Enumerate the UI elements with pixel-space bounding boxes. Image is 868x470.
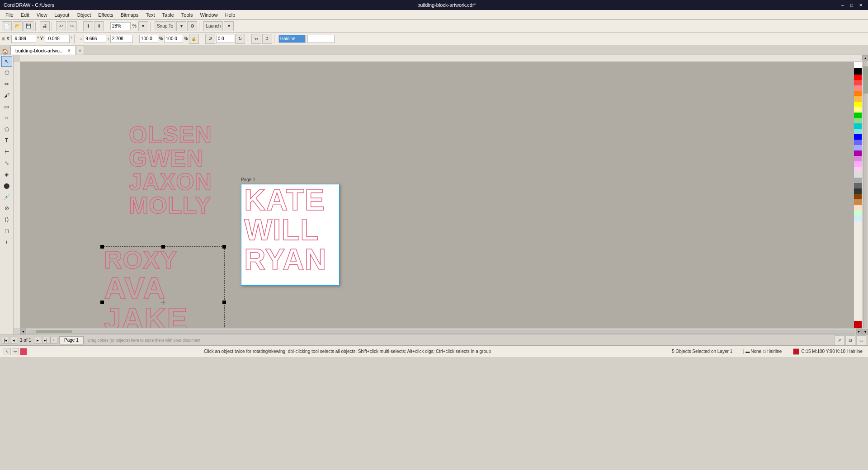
menu-bitmaps[interactable]: Bitmaps [117, 11, 142, 19]
zoom-dropdown[interactable]: ▾ [138, 21, 148, 31]
palette-color-blue[interactable] [854, 134, 862, 140]
status-tool-2[interactable]: ✏ [12, 348, 19, 355]
palette-color-gray[interactable] [854, 178, 862, 183]
add-page-btn2[interactable]: + [50, 337, 57, 344]
ellipse-tool[interactable]: ○ [1, 113, 12, 123]
menu-file[interactable]: File [2, 11, 17, 19]
view-toggle-3[interactable]: ▭ [856, 335, 866, 345]
prev-page-btn[interactable]: ◂ [10, 337, 17, 344]
menu-help[interactable]: Help [222, 11, 239, 19]
tab-close-icon[interactable]: ✕ [67, 48, 71, 53]
palette-color-ltgray[interactable] [854, 172, 862, 178]
menu-tools[interactable]: Tools [178, 11, 197, 19]
zoom-input[interactable] [110, 22, 131, 30]
document-tab[interactable]: building-block-artwo... ✕ [10, 46, 76, 55]
y-input[interactable] [45, 35, 70, 43]
connector-tool[interactable]: ⤡ [1, 158, 12, 169]
select-tool[interactable]: ↖ [1, 56, 12, 67]
status-color-swatch[interactable] [20, 348, 27, 355]
vscroll-track[interactable] [863, 61, 867, 328]
palette-color-mint[interactable] [854, 210, 862, 216]
import-button[interactable]: ⬆ [83, 21, 93, 31]
launch-dropdown[interactable]: ▾ [224, 21, 234, 31]
vscroll-thumb[interactable] [863, 66, 868, 94]
maximize-button[interactable]: □ [848, 2, 855, 8]
transparency-tool[interactable]: ◻ [1, 226, 12, 236]
scale-w-input[interactable] [139, 35, 158, 43]
palette-color-red3[interactable] [854, 85, 862, 91]
menu-effects[interactable]: Effects [94, 11, 117, 19]
palette-color-cyan2[interactable] [854, 129, 862, 134]
palette-color-blue2[interactable] [854, 140, 862, 145]
blend-tool[interactable]: ⟨⟩ [1, 214, 12, 225]
menu-layout[interactable]: Layout [51, 11, 73, 19]
hscroll-track[interactable] [27, 330, 855, 334]
palette-color-purple2[interactable] [854, 156, 862, 161]
rotate-right-btn[interactable]: ↻ [235, 34, 245, 44]
palette-color-red[interactable] [854, 75, 862, 80]
vscroll-down-btn[interactable]: ▾ [862, 329, 868, 334]
undo-button[interactable]: ↩ [56, 21, 66, 31]
save-button[interactable]: 💾 [24, 21, 33, 31]
launch-button[interactable]: Launch [203, 21, 223, 31]
palette-color-purple3[interactable] [854, 161, 862, 167]
artwork-group-3[interactable]: KATE WILL RYAN [244, 185, 327, 274]
palette-color-darkred[interactable] [854, 321, 862, 328]
palette-color-ltblue[interactable] [854, 216, 862, 221]
angle-input[interactable] [216, 35, 234, 43]
rectangle-tool[interactable]: ▭ [1, 101, 12, 112]
menu-window[interactable]: Window [197, 11, 222, 19]
palette-color-white[interactable] [854, 62, 862, 68]
text-tool[interactable]: T [1, 135, 12, 146]
menu-object[interactable]: Object [73, 11, 94, 19]
new-tab-button[interactable]: + [76, 46, 84, 55]
dimension-tool[interactable]: ⊢ [1, 146, 12, 157]
artwork-group-2[interactable]: ROXY AVA JAKE [104, 247, 188, 328]
hscroll-left-btn[interactable]: ◂ [20, 329, 26, 335]
print-button[interactable]: 🖨 [40, 21, 50, 31]
mirror-h-btn[interactable]: ⇔ [251, 34, 261, 44]
eyedropper-tool[interactable]: 💉 [1, 192, 12, 202]
artwork-group-1[interactable]: OLSEN GWEN JAXON MOLLY [129, 123, 212, 217]
height-input[interactable] [110, 35, 133, 43]
palette-color-peach[interactable] [854, 205, 862, 210]
scale-h-input[interactable] [164, 35, 183, 43]
palette-color-brown[interactable] [854, 194, 862, 199]
palette-color-pink[interactable] [854, 167, 862, 172]
palette-color-purple[interactable] [854, 150, 862, 156]
snap-to-button[interactable]: Snap To [155, 21, 176, 31]
menu-text[interactable]: Text [142, 11, 158, 19]
x-input[interactable] [11, 35, 36, 43]
mirror-v-btn[interactable]: ⇕ [262, 34, 272, 44]
new-button[interactable]: 📄 [2, 21, 12, 31]
outline-color-swatch[interactable] [307, 35, 335, 43]
canvas-area[interactable]: Page 1 OLSEN GWEN JAXON MOLLY ROXY AVA J… [20, 62, 854, 328]
menu-view[interactable]: View [33, 11, 51, 19]
first-page-btn[interactable]: |◂ [2, 337, 9, 344]
palette-color-yellow2[interactable] [854, 107, 862, 113]
interactive-fill-tool[interactable]: ◈ [1, 169, 12, 180]
shape-tool[interactable]: ⬡ [1, 67, 12, 78]
v-scrollbar[interactable]: ▴ ▾ [862, 55, 868, 334]
minimize-button[interactable]: – [839, 2, 846, 8]
rotate-left-btn[interactable]: ↺ [205, 34, 215, 44]
menu-edit[interactable]: Edit [17, 11, 33, 19]
last-page-btn[interactable]: ▸| [42, 337, 49, 344]
hscroll-thumb[interactable] [36, 330, 72, 333]
vscroll-up-btn[interactable]: ▴ [862, 55, 868, 61]
polygon-tool[interactable]: ⬠ [1, 124, 12, 135]
palette-color-red2[interactable] [854, 80, 862, 85]
snap-dropdown[interactable]: ▾ [176, 21, 186, 31]
freehand-tool[interactable]: ✏ [1, 79, 12, 89]
palette-color-cyan[interactable] [854, 123, 862, 129]
status-tool-1[interactable]: ↖ [4, 348, 11, 355]
view-toggle-1[interactable]: ↗ [835, 335, 844, 345]
snap-settings[interactable]: ⚙ [187, 21, 197, 31]
palette-color-green[interactable] [854, 113, 862, 118]
smart-fill-tool[interactable]: ⬤ [1, 180, 12, 191]
palette-color-orange2[interactable] [854, 96, 862, 102]
next-page-btn[interactable]: ▸ [34, 337, 41, 344]
palette-color-green2[interactable] [854, 118, 862, 123]
h-scrollbar[interactable]: ◂ ▸ [20, 328, 862, 334]
artistic-media-tool[interactable]: 🖌 [1, 90, 12, 101]
